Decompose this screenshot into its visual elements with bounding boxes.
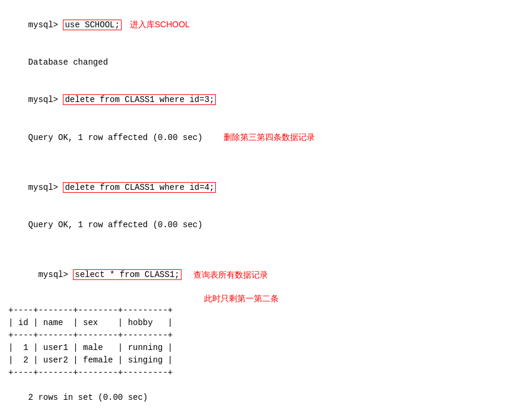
table-1-border-top: +----+-------+--------+---------+	[8, 304, 521, 317]
annotation-only-two: 此时只剩第一第二条	[8, 294, 521, 304]
output-query-ok-2: Query OK, 1 row affected (0.00 sec)	[28, 220, 203, 230]
line-select: mysql> select * from CLASS1;	[8, 256, 181, 294]
table-1-border-bot: +----+-------+--------+---------+	[8, 367, 521, 379]
prompt-1: mysql>	[28, 20, 58, 30]
terminal-container: mysql> use SCHOOL; 进入库SCHOOL Database ch…	[8, 6, 521, 420]
blank-1	[8, 157, 521, 169]
line-delete-3: mysql> delete from CLASS1 where id=3;	[8, 81, 521, 119]
prompt-4: mysql>	[38, 270, 68, 279]
cmd-delete-3: delete from CLASS1 where id=3;	[63, 94, 216, 105]
annotation-use-school: 进入库SCHOOL	[128, 20, 190, 29]
annotation-delete: 删除第三第四条数据记录	[215, 132, 316, 142]
line-select-row: mysql> select * from CLASS1; 查询表所有数据记录	[8, 256, 521, 294]
output-rows-1: 2 rows in set (0.00 sec)	[28, 393, 148, 402]
blank-3	[8, 416, 521, 420]
output-query-ok-1: Query OK, 1 row affected (0.00 sec)	[28, 133, 203, 142]
cmd-delete-4: delete from CLASS1 where id=4;	[63, 182, 216, 193]
table-1-header: | id | name | sex | hobby |	[8, 317, 521, 329]
annotation-only-two-text: 此时只剩第一第二条	[204, 294, 279, 303]
table-1-row-1: | 1 | user1 | male | running |	[8, 342, 521, 354]
line-query-ok-1: Query OK, 1 row affected (0.00 sec) 删除第三…	[8, 119, 521, 157]
line-db-changed: Database changed	[8, 44, 521, 81]
cmd-select: select * from CLASS1;	[73, 269, 181, 280]
annotation-select: 查询表所有数据记录	[193, 270, 268, 281]
line-use-school: mysql> use SCHOOL; 进入库SCHOOL	[8, 6, 521, 44]
cmd-box-1: use SCHOOL;	[58, 20, 122, 30]
line-rows-in-set-1: 2 rows in set (0.00 sec)	[8, 379, 521, 416]
table-1-border-mid: +----+-------+--------+---------+	[8, 329, 521, 342]
line-delete-4: mysql> delete from CLASS1 where id=4;	[8, 169, 521, 206]
line-query-ok-2: Query OK, 1 row affected (0.00 sec)	[8, 206, 521, 244]
output-db-changed: Database changed	[28, 58, 108, 67]
blank-2	[8, 244, 521, 256]
prompt-3: mysql>	[28, 183, 58, 192]
prompt-2: mysql>	[28, 95, 58, 104]
table-1-row-2: | 2 | user2 | female | singing |	[8, 354, 521, 367]
